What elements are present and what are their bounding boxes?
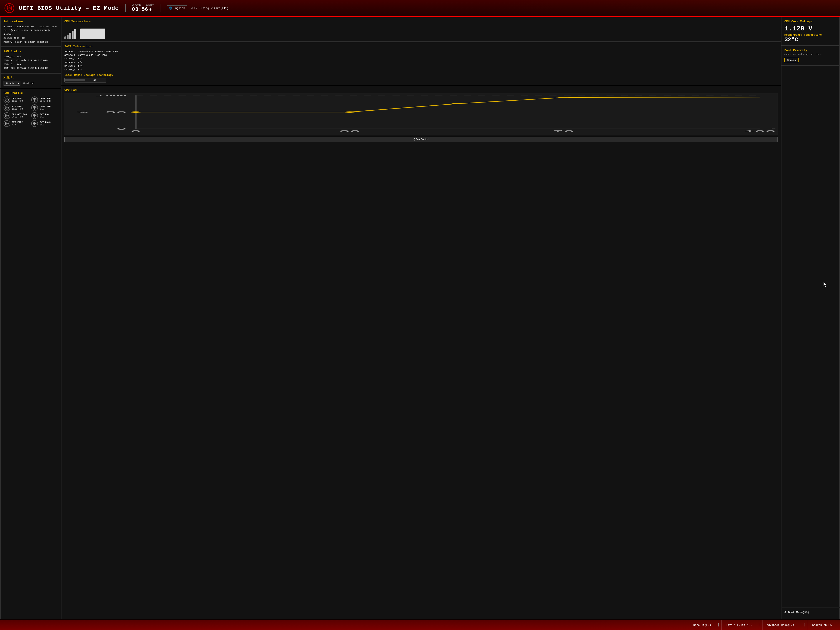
dimm-a1: DIMM_A1: N/A	[3, 55, 58, 58]
svg-point-32	[130, 112, 141, 113]
memory-info: Memory: 16384 MB (DDR4 2133MHz)	[3, 40, 58, 44]
right-empty-panel	[781, 65, 840, 607]
default-button[interactable]: Default(F5)	[689, 620, 715, 630]
fan-rpm-extfan2: N/A	[12, 123, 23, 126]
svg-text:100: 100	[95, 95, 127, 97]
settings-icon[interactable]: ⚙	[149, 7, 152, 12]
sata-info-title: SATA Information	[65, 45, 778, 48]
left-column: Information G STRIX Z370-E GAMING BIOS V…	[0, 17, 61, 619]
snowflake-icon: ✻	[785, 610, 786, 614]
sata-port-2: SATA6G_2: ADATA SU650 (480.1GB)	[65, 54, 778, 57]
fan-grid: CPU FAN 1205 RPM CHA1 FAN 1148 RPM	[3, 96, 58, 127]
boot-menu-panel: ✻ Boot Menu(F8)	[781, 608, 840, 619]
temp-bar-4	[72, 31, 74, 39]
svg-point-7	[6, 107, 7, 108]
fan-rpm-extfan3: N/A	[39, 123, 51, 126]
fan-blade-icon	[5, 98, 9, 102]
svg-text:70: 70	[553, 130, 575, 132]
temp-bar-1	[65, 36, 66, 39]
fan-blade-icon-cpuopt	[5, 114, 9, 118]
cpu-info: Intel(R) Core(TM) i7-8086K CPU @ 4.00GHz	[3, 28, 58, 36]
boot-menu-button[interactable]: ✻ Boot Menu(F8)	[785, 610, 837, 614]
boot-priority-subtitle: Choose one and drag the items.	[785, 53, 837, 55]
cpu-temp-panel: CPU Temperature	[61, 17, 781, 42]
fan-icon-m2	[3, 104, 10, 111]
svg-text:100: 100	[744, 130, 776, 132]
middle-column: CPU Temperature SATA Information	[61, 17, 781, 619]
header-date: 06/2018 Sunday	[132, 4, 154, 6]
sata-port-5: SATA6G_5: N/A	[65, 65, 778, 68]
fan-rpm-cha2: N/A	[39, 108, 51, 110]
fan-blade-icon-extfan3	[33, 122, 37, 126]
fan-rpm-cpuopt: 2692 RPM	[12, 115, 27, 118]
main-content: Information G STRIX Z370-E GAMING BIOS V…	[0, 17, 840, 620]
ram-status-content: DIMM_A1: N/A DIMM_A2: Corsair 8192MB 213…	[3, 55, 58, 70]
fan-item-m2: M.2 FAN 1129 RPM	[3, 104, 30, 111]
switch-button[interactable]: Switch a	[785, 58, 799, 62]
globe-icon: 🌐	[169, 6, 172, 10]
fan-name-m2: M.2 FAN	[12, 105, 23, 108]
svg-point-11	[6, 115, 7, 116]
fan-item-extfan3: EXT FAN3 N/A	[31, 120, 58, 127]
fan-profile-panel: FAN Profile CPU FAN 1205 RPM	[0, 89, 61, 619]
system-info-panel: Information G STRIX Z370-E GAMING BIOS V…	[0, 17, 61, 47]
fan-name-cpuopt: CPU OPT FAN	[12, 113, 27, 115]
fan-blade-icon-extfan1	[33, 114, 37, 118]
ez-tuning-wizard-button[interactable]: ◎ EZ Tuning Wizard(F11)	[191, 6, 229, 10]
svg-text:30: 30	[339, 130, 360, 132]
chart-container: 100 50 0 % 0 30 70 100 °C	[65, 93, 778, 142]
advanced-mode-button[interactable]: Advanced Mode(F7)|→	[762, 620, 802, 630]
svg-point-13	[34, 115, 35, 116]
system-info-content: G STRIX Z370-E GAMING BIOS Ver. 0607 Int…	[3, 25, 58, 44]
intel-rst-label: Intel Rapid Storage Technology	[65, 74, 778, 77]
fan-rpm-cha1: 1148 RPM	[39, 100, 51, 102]
fan-rpm-cpu: 1205 RPM	[12, 100, 23, 102]
xmp-panel: X.M.P. Disabled Disabled	[0, 73, 61, 88]
fan-rpm-extfan1: N/A	[39, 115, 51, 118]
cpu-temp-title: CPU Temperature	[65, 20, 778, 23]
fan-blade-icon-extfan2	[5, 122, 9, 126]
cpu-speed: Speed: 4000 MHz	[3, 36, 58, 40]
qfan-control-button[interactable]: QFan Control	[65, 137, 778, 142]
svg-text:50: 50	[106, 111, 127, 113]
fan-name-extfan2: EXT FAN2	[12, 121, 23, 123]
toolbar-sep-3: |	[802, 623, 808, 627]
fan-icon-extfan2	[3, 120, 10, 127]
language-selector[interactable]: 🌐 English	[167, 5, 187, 11]
cursor-icon	[824, 282, 828, 287]
dimm-b1: DIMM_B1: N/A	[3, 63, 58, 66]
thermometer	[65, 27, 76, 39]
fan-name-extfan3: EXT FAN3	[39, 121, 51, 123]
intel-rst-toggle[interactable]: Off	[65, 78, 106, 82]
toggle-off-option[interactable]: Off	[85, 78, 106, 82]
xmp-status: Disabled	[22, 82, 33, 85]
cpu-fan-svg: 100 50 0 % 0 30 70 100 °C	[65, 93, 778, 135]
svg-marker-36	[824, 282, 827, 287]
temp-bar-5	[74, 29, 76, 39]
sata-port-1: SATA6G_1: TOSHIBA DT01ACA200 (2000.3GB)	[65, 50, 778, 54]
fan-blade-icon-cha2	[33, 106, 37, 110]
xmp-dropdown[interactable]: Disabled	[3, 81, 21, 85]
svg-text:ROG: ROG	[7, 7, 11, 9]
dimm-a2: DIMM_A2: Corsair 8192MB 2133MHz	[3, 58, 58, 62]
search-button[interactable]: Search on FA	[808, 620, 836, 630]
sata-ports: SATA6G_1: TOSHIBA DT01ACA200 (2000.3GB) …	[65, 50, 778, 72]
svg-point-5	[34, 99, 35, 100]
save-exit-button[interactable]: Save & Exit(F10)	[722, 620, 756, 630]
ram-status-panel: RAM Status DIMM_A1: N/A DIMM_A2: Corsair…	[0, 47, 61, 73]
fan-icon-cpu	[3, 96, 10, 103]
svg-text:0: 0	[130, 130, 141, 132]
svg-point-9	[34, 107, 35, 108]
dimm-b2: DIMM_B2: Corsair 8192MB 2133MHz	[3, 66, 58, 70]
tuning-icon: ◎	[191, 6, 193, 10]
fan-item-cpu: CPU FAN 1205 RPM	[3, 96, 30, 103]
right-column: CPU Core Voltage 1.120 V Motherboard Tem…	[781, 17, 840, 619]
mb-temp-value: 32°C	[785, 36, 837, 43]
fan-item-cpuopt: CPU OPT FAN 2692 RPM	[3, 112, 30, 119]
svg-point-34	[452, 103, 462, 104]
temp-bar-3	[69, 33, 71, 39]
svg-point-33	[344, 112, 355, 113]
fan-item-extfan2: EXT FAN2 N/A	[3, 120, 30, 127]
rog-logo-icon: ROG	[4, 3, 14, 13]
toggle-on-option[interactable]	[65, 79, 85, 81]
